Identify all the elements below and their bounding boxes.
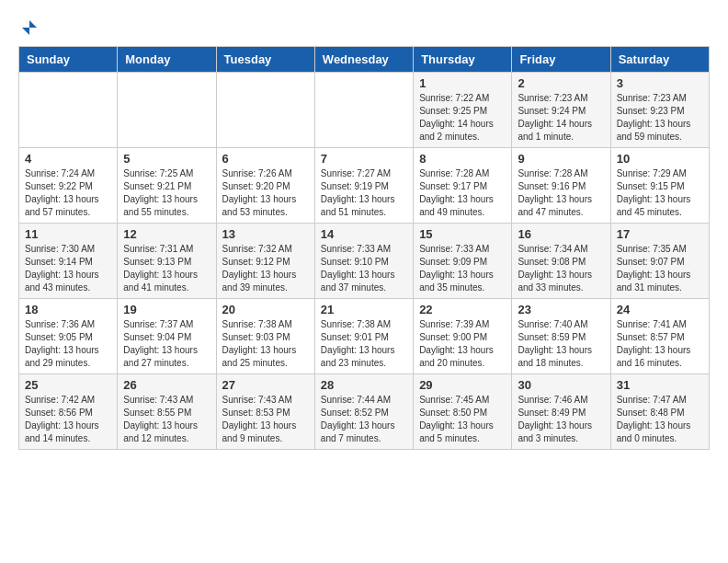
calendar-cell: 23Sunrise: 7:40 AM Sunset: 8:59 PM Dayli… <box>512 299 610 374</box>
calendar-cell: 4Sunrise: 7:24 AM Sunset: 9:22 PM Daylig… <box>19 148 118 224</box>
day-info: Sunrise: 7:43 AM Sunset: 8:53 PM Dayligh… <box>222 394 309 445</box>
day-info: Sunrise: 7:31 AM Sunset: 9:13 PM Dayligh… <box>123 243 210 294</box>
calendar-cell: 20Sunrise: 7:38 AM Sunset: 9:03 PM Dayli… <box>216 299 314 374</box>
calendar-cell: 21Sunrise: 7:38 AM Sunset: 9:01 PM Dayli… <box>314 299 413 374</box>
calendar-cell: 12Sunrise: 7:31 AM Sunset: 9:13 PM Dayli… <box>118 224 216 299</box>
day-info: Sunrise: 7:22 AM Sunset: 9:25 PM Dayligh… <box>419 92 506 144</box>
calendar-cell <box>19 73 118 148</box>
day-info: Sunrise: 7:39 AM Sunset: 9:00 PM Dayligh… <box>419 318 506 370</box>
day-number: 26 <box>123 378 210 392</box>
day-info: Sunrise: 7:45 AM Sunset: 8:50 PM Dayligh… <box>419 394 506 445</box>
calendar-cell: 22Sunrise: 7:39 AM Sunset: 9:00 PM Dayli… <box>414 299 512 374</box>
day-number: 28 <box>321 378 407 392</box>
week-row-2: 4Sunrise: 7:24 AM Sunset: 9:22 PM Daylig… <box>19 148 710 224</box>
logo-icon <box>20 18 39 37</box>
day-info: Sunrise: 7:42 AM Sunset: 8:56 PM Dayligh… <box>25 394 111 445</box>
day-info: Sunrise: 7:25 AM Sunset: 9:21 PM Dayligh… <box>123 167 210 219</box>
calendar-cell: 26Sunrise: 7:43 AM Sunset: 8:55 PM Dayli… <box>118 374 216 450</box>
day-number: 12 <box>123 227 210 241</box>
day-number: 23 <box>518 303 604 316</box>
logo <box>18 18 39 37</box>
week-row-1: 1Sunrise: 7:22 AM Sunset: 9:25 PM Daylig… <box>19 73 710 148</box>
day-number: 20 <box>222 303 309 316</box>
calendar-cell: 13Sunrise: 7:32 AM Sunset: 9:12 PM Dayli… <box>216 224 314 299</box>
calendar-cell: 29Sunrise: 7:45 AM Sunset: 8:50 PM Dayli… <box>414 374 512 450</box>
calendar-cell: 15Sunrise: 7:33 AM Sunset: 9:09 PM Dayli… <box>414 224 512 299</box>
calendar-cell: 3Sunrise: 7:23 AM Sunset: 9:23 PM Daylig… <box>610 73 709 148</box>
day-number: 13 <box>222 227 309 241</box>
calendar-cell: 28Sunrise: 7:44 AM Sunset: 8:52 PM Dayli… <box>314 374 413 450</box>
day-number: 1 <box>419 76 506 90</box>
calendar-cell: 1Sunrise: 7:22 AM Sunset: 9:25 PM Daylig… <box>414 73 512 148</box>
days-header-row: SundayMondayTuesdayWednesdayThursdayFrid… <box>19 47 710 73</box>
day-number: 21 <box>321 303 407 316</box>
calendar-cell: 19Sunrise: 7:37 AM Sunset: 9:04 PM Dayli… <box>118 299 216 374</box>
day-header-tuesday: Tuesday <box>216 47 314 73</box>
day-number: 9 <box>518 152 604 166</box>
day-number: 25 <box>25 378 111 392</box>
calendar-cell: 30Sunrise: 7:46 AM Sunset: 8:49 PM Dayli… <box>512 374 610 450</box>
day-number: 30 <box>518 378 604 392</box>
calendar-cell: 6Sunrise: 7:26 AM Sunset: 9:20 PM Daylig… <box>216 148 314 224</box>
calendar-cell <box>314 73 413 148</box>
svg-marker-0 <box>22 20 37 35</box>
day-number: 27 <box>222 378 309 392</box>
day-number: 5 <box>123 152 210 166</box>
day-number: 16 <box>518 227 604 241</box>
calendar-cell: 24Sunrise: 7:41 AM Sunset: 8:57 PM Dayli… <box>610 299 709 374</box>
day-number: 3 <box>617 76 703 90</box>
week-row-3: 11Sunrise: 7:30 AM Sunset: 9:14 PM Dayli… <box>19 224 710 299</box>
day-info: Sunrise: 7:29 AM Sunset: 9:15 PM Dayligh… <box>617 167 703 219</box>
calendar-cell: 16Sunrise: 7:34 AM Sunset: 9:08 PM Dayli… <box>512 224 610 299</box>
day-number: 8 <box>419 152 506 166</box>
day-number: 2 <box>518 76 604 90</box>
day-number: 7 <box>321 152 407 166</box>
week-row-5: 25Sunrise: 7:42 AM Sunset: 8:56 PM Dayli… <box>19 374 710 450</box>
day-number: 11 <box>25 227 111 241</box>
day-number: 15 <box>419 227 506 241</box>
day-info: Sunrise: 7:40 AM Sunset: 8:59 PM Dayligh… <box>518 318 604 370</box>
day-info: Sunrise: 7:36 AM Sunset: 9:05 PM Dayligh… <box>25 318 111 370</box>
calendar-cell: 27Sunrise: 7:43 AM Sunset: 8:53 PM Dayli… <box>216 374 314 450</box>
calendar-cell: 7Sunrise: 7:27 AM Sunset: 9:19 PM Daylig… <box>314 148 413 224</box>
day-header-wednesday: Wednesday <box>314 47 413 73</box>
day-info: Sunrise: 7:23 AM Sunset: 9:23 PM Dayligh… <box>617 92 703 144</box>
calendar-cell: 31Sunrise: 7:47 AM Sunset: 8:48 PM Dayli… <box>610 374 709 450</box>
day-info: Sunrise: 7:43 AM Sunset: 8:55 PM Dayligh… <box>123 394 210 445</box>
day-number: 17 <box>617 227 703 241</box>
day-number: 31 <box>617 378 703 392</box>
calendar-cell: 14Sunrise: 7:33 AM Sunset: 9:10 PM Dayli… <box>314 224 413 299</box>
day-info: Sunrise: 7:34 AM Sunset: 9:08 PM Dayligh… <box>518 243 604 294</box>
calendar-cell: 18Sunrise: 7:36 AM Sunset: 9:05 PM Dayli… <box>19 299 118 374</box>
day-number: 29 <box>419 378 506 392</box>
day-info: Sunrise: 7:38 AM Sunset: 9:01 PM Dayligh… <box>321 318 407 370</box>
day-number: 24 <box>617 303 703 316</box>
header <box>18 18 710 37</box>
day-header-thursday: Thursday <box>414 47 512 73</box>
day-info: Sunrise: 7:26 AM Sunset: 9:20 PM Dayligh… <box>222 167 309 219</box>
day-info: Sunrise: 7:33 AM Sunset: 9:10 PM Dayligh… <box>321 243 407 294</box>
day-number: 10 <box>617 152 703 166</box>
day-info: Sunrise: 7:47 AM Sunset: 8:48 PM Dayligh… <box>617 394 703 445</box>
day-number: 14 <box>321 227 407 241</box>
day-info: Sunrise: 7:35 AM Sunset: 9:07 PM Dayligh… <box>617 243 703 294</box>
calendar-cell: 5Sunrise: 7:25 AM Sunset: 9:21 PM Daylig… <box>118 148 216 224</box>
calendar-cell <box>118 73 216 148</box>
calendar-cell: 10Sunrise: 7:29 AM Sunset: 9:15 PM Dayli… <box>610 148 709 224</box>
day-info: Sunrise: 7:32 AM Sunset: 9:12 PM Dayligh… <box>222 243 309 294</box>
day-info: Sunrise: 7:30 AM Sunset: 9:14 PM Dayligh… <box>25 243 111 294</box>
day-header-saturday: Saturday <box>610 47 709 73</box>
day-info: Sunrise: 7:23 AM Sunset: 9:24 PM Dayligh… <box>518 92 604 144</box>
day-info: Sunrise: 7:46 AM Sunset: 8:49 PM Dayligh… <box>518 394 604 445</box>
day-info: Sunrise: 7:44 AM Sunset: 8:52 PM Dayligh… <box>321 394 407 445</box>
calendar-cell: 9Sunrise: 7:28 AM Sunset: 9:16 PM Daylig… <box>512 148 610 224</box>
calendar-cell <box>216 73 314 148</box>
day-info: Sunrise: 7:24 AM Sunset: 9:22 PM Dayligh… <box>25 167 111 219</box>
day-info: Sunrise: 7:28 AM Sunset: 9:16 PM Dayligh… <box>518 167 604 219</box>
day-header-monday: Monday <box>118 47 216 73</box>
day-info: Sunrise: 7:28 AM Sunset: 9:17 PM Dayligh… <box>419 167 506 219</box>
day-header-sunday: Sunday <box>19 47 118 73</box>
calendar-cell: 17Sunrise: 7:35 AM Sunset: 9:07 PM Dayli… <box>610 224 709 299</box>
day-info: Sunrise: 7:38 AM Sunset: 9:03 PM Dayligh… <box>222 318 309 370</box>
day-number: 4 <box>25 152 111 166</box>
